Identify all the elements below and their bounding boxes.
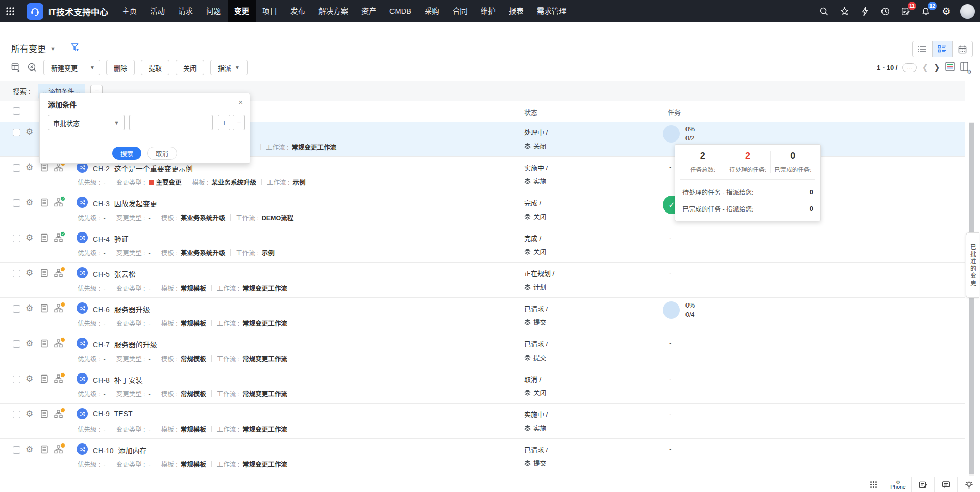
column-header-status[interactable]: 状态	[524, 107, 537, 117]
previous-page-chevron[interactable]: ❮	[922, 63, 928, 72]
row-settings-gear-icon[interactable]: ⚙	[26, 233, 33, 242]
workflow-stage-icon[interactable]	[54, 233, 63, 244]
new-change-dropdown-chevron[interactable]: ▼	[85, 60, 100, 75]
row-settings-gear-icon[interactable]: ⚙	[26, 374, 33, 383]
worklog-document-icon[interactable]	[40, 445, 48, 456]
change-id[interactable]: CH-2	[93, 165, 110, 173]
notifications-bell-icon[interactable]: 12	[917, 3, 935, 20]
row-checkbox[interactable]	[13, 235, 20, 242]
change-id[interactable]: CH-8	[93, 376, 110, 384]
lightbulb-icon[interactable]	[957, 477, 980, 492]
worklog-document-icon[interactable]	[40, 269, 48, 279]
close-button[interactable]: 关闭	[176, 60, 204, 75]
board-add-icon[interactable]	[11, 63, 21, 72]
row-settings-gear-icon[interactable]: ⚙	[26, 339, 33, 348]
menu-item-活动[interactable]: 活动	[143, 0, 172, 22]
menu-item-维护[interactable]: 维护	[474, 0, 502, 22]
change-title[interactable]: 服务器的升级	[114, 341, 157, 349]
change-title[interactable]: 服务器升级	[114, 306, 150, 314]
table-row[interactable]: ⚙ CH-7服务器的升级	[0, 333, 965, 368]
popup-search-button[interactable]: 搜索	[112, 147, 141, 160]
search-icon[interactable]	[815, 3, 832, 20]
menu-item-资产[interactable]: 资产	[355, 0, 383, 22]
app-logo-headset-icon[interactable]	[27, 3, 43, 20]
menu-item-CMDB[interactable]: CMDB	[383, 0, 418, 22]
task-progress-circle[interactable]	[663, 301, 680, 319]
workflow-stage-icon[interactable]	[54, 445, 63, 456]
worklog-document-icon[interactable]	[40, 233, 48, 244]
row-checkbox[interactable]	[13, 199, 20, 207]
row-checkbox[interactable]	[13, 340, 20, 348]
workflow-stage-icon[interactable]	[54, 339, 63, 350]
pagination-total-button[interactable]: ...	[902, 63, 917, 72]
workflow-stage-icon[interactable]	[54, 269, 63, 279]
column-header-tasks[interactable]: 任务	[668, 107, 681, 117]
menu-item-发布[interactable]: 发布	[284, 0, 312, 22]
view-selector-chevron-down-icon[interactable]: ▼	[50, 45, 56, 52]
row-checkbox[interactable]	[13, 270, 20, 277]
row-settings-gear-icon[interactable]: ⚙	[26, 410, 33, 418]
workflow-stage-icon[interactable]	[54, 410, 63, 420]
detail-view-toggle[interactable]	[933, 41, 952, 57]
worklog-document-icon[interactable]	[40, 410, 48, 420]
assign-button[interactable]: 指派▼	[210, 60, 248, 75]
change-id[interactable]: CH-7	[93, 341, 110, 349]
menu-item-项目[interactable]: 项目	[256, 0, 284, 22]
worklog-document-icon[interactable]	[40, 198, 48, 209]
table-row[interactable]: ⚙ CH-9TEST 优	[0, 404, 965, 439]
new-change-button[interactable]: 新建变更	[43, 60, 85, 75]
chat-icon[interactable]	[934, 477, 957, 492]
change-title[interactable]: 因故发起变更	[114, 200, 157, 208]
list-view-toggle[interactable]	[913, 41, 933, 57]
menu-item-合同[interactable]: 合同	[446, 0, 474, 22]
row-settings-gear-icon[interactable]: ⚙	[26, 304, 33, 313]
table-row[interactable]: ⚙ CH-6服务器升级	[0, 298, 965, 333]
quick-add-icon[interactable]	[836, 3, 853, 20]
row-checkbox[interactable]	[13, 446, 20, 454]
worklog-document-icon[interactable]	[40, 374, 48, 385]
change-id[interactable]: CH-4	[93, 235, 110, 243]
add-row-button[interactable]: +	[218, 115, 230, 130]
user-avatar[interactable]	[960, 4, 975, 19]
change-title[interactable]: 张云松	[114, 270, 136, 278]
change-id[interactable]: CH-6	[93, 306, 110, 314]
vertical-scrollbar-thumb[interactable]	[969, 123, 974, 474]
select-all-checkbox[interactable]	[13, 107, 20, 115]
task-progress-circle[interactable]	[663, 125, 680, 143]
menu-item-需求管理[interactable]: 需求管理	[530, 0, 573, 22]
row-settings-gear-icon[interactable]: ⚙	[26, 198, 33, 207]
change-id[interactable]: CH-3	[93, 200, 110, 208]
row-settings-gear-icon[interactable]: ⚙	[26, 128, 33, 136]
add-filter-icon[interactable]	[70, 42, 80, 54]
change-id[interactable]: CH-10	[93, 447, 113, 455]
table-row[interactable]: ⚙ CH-8补丁安装 优	[0, 368, 965, 404]
row-checkbox[interactable]	[13, 376, 20, 383]
menu-item-请求[interactable]: 请求	[172, 0, 200, 22]
change-title[interactable]: 这个是一个重要变更示例	[114, 165, 193, 173]
table-row[interactable]: ⚙ CH-5张云松 优先	[0, 263, 965, 298]
condition-value-input[interactable]	[129, 115, 213, 130]
row-settings-gear-icon[interactable]: ⚙	[26, 269, 33, 277]
calendar-view-toggle[interactable]	[953, 41, 972, 57]
menu-item-报表[interactable]: 报表	[502, 0, 530, 22]
row-summary-icon[interactable]	[945, 62, 955, 73]
row-checkbox[interactable]	[13, 411, 20, 418]
popup-cancel-button[interactable]: 取消	[147, 147, 177, 160]
condition-field-select[interactable]: 审批状态 ▼	[48, 115, 125, 130]
row-settings-gear-icon[interactable]: ⚙	[26, 163, 33, 172]
compose-note-icon[interactable]	[911, 477, 934, 492]
change-id[interactable]: CH-9	[93, 410, 110, 418]
popup-close-icon[interactable]: ×	[238, 98, 243, 106]
delete-button[interactable]: 删除	[106, 60, 135, 75]
change-title[interactable]: 补丁安装	[114, 376, 143, 384]
row-checkbox[interactable]	[13, 164, 20, 172]
app-launcher-icon[interactable]	[0, 0, 20, 22]
approved-changes-side-tab[interactable]: 已批准的变更	[966, 232, 979, 298]
next-page-chevron[interactable]: ❯	[934, 63, 940, 72]
column-settings-icon[interactable]: ⚙	[960, 62, 970, 73]
quick-actions-lightning-icon[interactable]	[856, 3, 873, 20]
history-icon[interactable]	[876, 3, 894, 20]
approvals-icon[interactable]: 11	[897, 3, 914, 20]
menu-item-问题[interactable]: 问题	[200, 0, 228, 22]
menu-item-变更[interactable]: 变更	[228, 0, 256, 22]
